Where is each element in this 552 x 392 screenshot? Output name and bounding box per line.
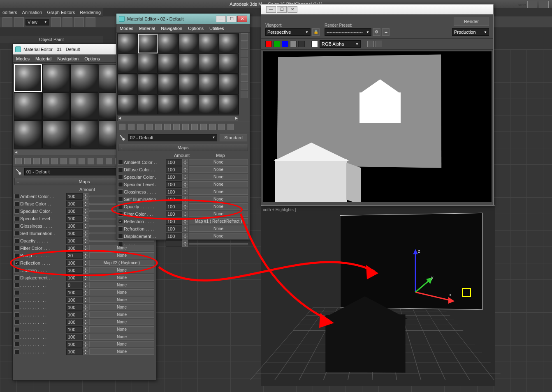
spinner-up-icon[interactable]: ▲ [83, 245, 88, 248]
spinner-up-icon[interactable]: ▲ [182, 196, 188, 199]
map-checkbox[interactable] [14, 327, 19, 332]
map-slot-button[interactable]: None [189, 233, 248, 239]
perspective-viewport[interactable]: ooth + Highlights ] z x y [261, 205, 495, 386]
map-checkbox[interactable] [14, 238, 19, 243]
amount-spinner[interactable]: ▲▼ [66, 297, 88, 303]
close-icon[interactable]: ✕ [288, 6, 297, 13]
menu-rendering[interactable]: Rendering [80, 10, 101, 15]
view-dropdown[interactable]: View [26, 19, 49, 25]
amount-spinner[interactable]: ▲▼ [166, 196, 188, 203]
material-sample[interactable] [138, 74, 158, 94]
map-checkbox[interactable] [14, 297, 19, 302]
lock-icon[interactable]: 🔒 [312, 28, 320, 36]
map-checkbox[interactable] [118, 189, 123, 194]
map-checkbox[interactable] [118, 212, 123, 217]
amount-input[interactable] [166, 233, 182, 240]
material-sample[interactable] [14, 92, 42, 120]
amount-input[interactable] [166, 174, 182, 180]
amount-spinner[interactable]: ▲▼ [66, 230, 88, 237]
spinner-down-icon[interactable]: ▼ [83, 263, 88, 266]
tool-icon[interactable] [128, 124, 135, 130]
material-sample[interactable] [118, 95, 137, 114]
mono-channel-icon[interactable] [298, 41, 305, 47]
amount-input[interactable] [66, 326, 83, 333]
spinner-down-icon[interactable]: ▼ [83, 330, 88, 333]
side-tool-icon[interactable] [241, 42, 248, 49]
amount-input[interactable] [66, 348, 83, 355]
map-checkbox[interactable] [118, 241, 123, 246]
spinner-down-icon[interactable]: ▼ [83, 300, 88, 303]
material-editor-02-window[interactable]: Material Editor - 02 - Default — ☐ ✕ Mod… [116, 13, 250, 240]
material-sample[interactable] [179, 54, 198, 74]
amount-spinner[interactable]: ▲▼ [66, 245, 88, 251]
amount-input[interactable] [66, 304, 83, 311]
render-titlebar[interactable]: — ☐ ✕ [261, 5, 493, 14]
material-sample[interactable] [42, 64, 70, 92]
spinner-down-icon[interactable]: ▼ [83, 211, 88, 214]
menu-modes[interactable]: Modes [120, 26, 133, 31]
spinner-up-icon[interactable]: ▲ [182, 174, 188, 177]
map-checkbox[interactable] [118, 167, 123, 172]
map-checkbox[interactable] [118, 175, 123, 180]
spinner-down-icon[interactable]: ▼ [83, 344, 88, 348]
menu-material[interactable]: Material [139, 26, 155, 31]
map-checkbox[interactable] [14, 349, 19, 354]
map-slot-button[interactable]: None [189, 159, 248, 165]
amount-input[interactable] [66, 341, 83, 348]
spinner-up-icon[interactable]: ▲ [83, 334, 88, 337]
menu-animation[interactable]: Animation [22, 10, 42, 15]
amount-input[interactable] [66, 252, 83, 259]
tool-icon[interactable] [42, 158, 49, 164]
spinner-up-icon[interactable]: ▲ [83, 289, 88, 293]
amount-spinner[interactable]: ▲▼ [66, 238, 88, 244]
render-frame-window[interactable]: — ☐ ✕ Viewport: Perspective 🔒 Render Pre… [261, 4, 494, 205]
tool-icon[interactable] [97, 158, 103, 164]
amount-input[interactable] [66, 274, 83, 281]
amount-input[interactable] [66, 223, 83, 229]
material-sample[interactable] [118, 74, 137, 94]
amount-input[interactable] [66, 193, 83, 200]
tool-icon[interactable] [227, 124, 234, 130]
amount-spinner[interactable]: ▲▼ [66, 252, 88, 259]
spinner-up-icon[interactable]: ▲ [182, 159, 188, 162]
spinner-down-icon[interactable]: ▼ [182, 207, 188, 210]
spinner-down-icon[interactable]: ▼ [83, 248, 88, 251]
amount-spinner[interactable]: ▲▼ [166, 181, 188, 188]
spinner-up-icon[interactable]: ▲ [83, 201, 88, 204]
material-sample[interactable] [14, 64, 42, 92]
transform-gizmo[interactable]: z x y [399, 247, 457, 309]
material-sample[interactable] [118, 34, 137, 53]
material-sample[interactable] [158, 95, 178, 114]
map-checkbox[interactable] [118, 226, 123, 231]
map-slot-button[interactable]: None [89, 282, 154, 288]
amount-spinner[interactable]: ▲▼ [166, 226, 188, 232]
amount-spinner[interactable]: ▲▼ [66, 274, 88, 281]
menu-options[interactable]: Options [188, 26, 204, 31]
menu-options[interactable]: Options [84, 56, 100, 61]
spinner-up-icon[interactable]: ▲ [182, 218, 188, 221]
spinner-down-icon[interactable]: ▼ [83, 256, 88, 259]
material-type-button[interactable]: Standard [220, 134, 247, 141]
tool-icon[interactable] [146, 124, 153, 130]
tool-btn[interactable] [539, 1, 549, 8]
spinner-down-icon[interactable]: ▼ [182, 229, 188, 232]
map-checkbox[interactable] [14, 216, 19, 221]
side-tool-icon[interactable] [241, 58, 248, 65]
amount-input[interactable] [66, 230, 83, 237]
amount-spinner[interactable]: ▲▼ [66, 319, 88, 325]
map-checkbox[interactable] [14, 224, 19, 228]
map-slot-button[interactable]: None [89, 341, 154, 347]
map-slot-button[interactable]: None [189, 181, 248, 187]
amount-input[interactable] [66, 311, 83, 318]
tool-icon[interactable] [33, 158, 40, 164]
tool-icon[interactable] [119, 124, 125, 130]
toolbar-btn[interactable] [14, 17, 24, 27]
map-checkbox[interactable] [14, 201, 19, 206]
spinner-down-icon[interactable]: ▼ [83, 352, 88, 355]
toggle-frame-icon[interactable] [376, 41, 382, 47]
eyedropper-icon[interactable] [118, 133, 127, 142]
amount-input[interactable] [166, 211, 182, 217]
map-checkbox[interactable] [14, 209, 19, 214]
amount-input[interactable] [166, 203, 182, 210]
spinner-down-icon[interactable]: ▼ [83, 270, 88, 274]
